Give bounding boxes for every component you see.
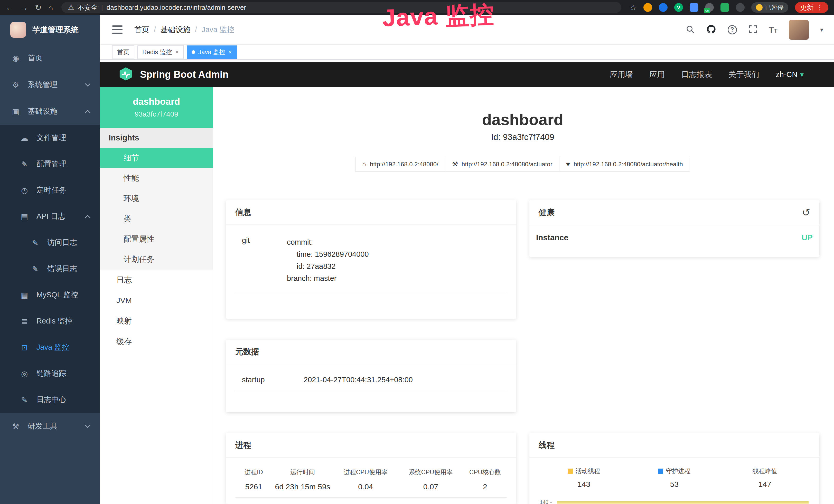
health-url-link[interactable]: ♥ http://192.168.0.2:48080/actuator/heal… — [559, 157, 690, 171]
close-icon[interactable]: × — [175, 48, 179, 56]
browser-extension-icon[interactable] — [643, 3, 652, 12]
sidebar-item-api-logs[interactable]: ▤ API 日志 — [0, 203, 100, 230]
service-url-link[interactable]: ⌂ http://192.168.0.2:48080/ — [355, 157, 445, 171]
sidebar-item-scheduled-tasks[interactable]: ◷ 定时任务 — [0, 177, 100, 203]
sba-language-select[interactable]: zh-CN ▾ — [776, 70, 804, 79]
sba-nav-applications[interactable]: 应用 — [649, 69, 665, 80]
sidebar-item-home[interactable]: ◉ 首页 — [0, 45, 100, 71]
val-uptime: 6d 23h 15m 59s — [272, 482, 333, 491]
sidebar-item-java-monitor[interactable]: ⊡ Java 监控 — [0, 334, 100, 361]
sba-item-logs[interactable]: 日志 — [100, 270, 213, 290]
sidebar-item-tracing[interactable]: ◎ 链路追踪 — [0, 361, 100, 387]
app-logo-row[interactable]: 芋道管理系统 — [0, 15, 100, 45]
sba-nav-about[interactable]: 关于我们 — [728, 69, 759, 80]
sba-item-details[interactable]: 细节 — [100, 148, 213, 168]
refresh-icon[interactable]: ↻ — [35, 4, 42, 12]
sba-item-mappings[interactable]: 映射 — [100, 311, 213, 331]
fullscreen-icon[interactable] — [748, 25, 758, 35]
tab-home[interactable]: 首页 — [112, 45, 134, 59]
y-axis-tick: 140 — [539, 499, 552, 504]
sidebar-item-dev-tools[interactable]: ⚒ 研发工具 — [0, 413, 100, 439]
sidebar-item-file-management[interactable]: ☁ 文件管理 — [0, 125, 100, 151]
col-process-cpu: 进程CPU使用率 — [333, 468, 398, 476]
tab-redis-monitor[interactable]: Redis 监控 × — [137, 45, 184, 59]
browser-extension-icon[interactable] — [659, 3, 667, 12]
card-threads-title: 线程 — [529, 433, 819, 458]
home-icon[interactable]: ⌂ — [48, 4, 53, 12]
history-icon[interactable]: ↺ — [802, 207, 810, 218]
metadata-key: startup — [242, 375, 304, 384]
chevron-down-icon[interactable]: ▾ — [820, 26, 823, 33]
sidebar-item-config-management[interactable]: ✎ 配置管理 — [0, 151, 100, 177]
tab-java-monitor[interactable]: Java 监控 × — [187, 45, 237, 59]
threads-chart-area — [557, 501, 809, 504]
legend-value: 143 — [539, 480, 629, 488]
forward-icon[interactable]: → — [20, 4, 28, 12]
browser-extension-icon[interactable]: V — [674, 3, 683, 12]
bookmark-star-icon[interactable]: ☆ — [630, 4, 637, 12]
sidebar-item-system-management[interactable]: ⚙ 系统管理 — [0, 71, 100, 98]
layers-icon: ≣ — [19, 317, 30, 326]
sba-item-environment[interactable]: 环境 — [100, 188, 213, 209]
sidebar-item-label: 错误日志 — [47, 264, 77, 274]
val-cpu-cores: 2 — [463, 482, 507, 491]
search-icon[interactable] — [685, 25, 695, 35]
sidebar-item-access-logs[interactable]: ✎ 访问日志 — [0, 230, 100, 256]
card-metadata: 元数据 startup 2021-04-27T00:44:31.254+08:0… — [226, 340, 516, 412]
edit-icon: ✎ — [30, 238, 41, 247]
font-size-icon[interactable]: TT — [769, 25, 777, 35]
card-info: 信息 git commit: time: 1596289704000 id: 2… — [226, 200, 516, 319]
extension-on-badge: on — [704, 8, 710, 13]
sba-logo-icon — [118, 67, 133, 83]
help-icon[interactable]: ? — [728, 25, 737, 35]
update-button[interactable]: 更新 ⋮ — [795, 2, 828, 13]
sidebar-item-log-center[interactable]: ✎ 日志中心 — [0, 387, 100, 413]
sba-instance-header[interactable]: dashboard 93a3fc7f7409 — [100, 87, 213, 128]
process-table-header: 进程ID 运行时间 进程CPU使用率 系统CPU使用率 CPU核心数 — [235, 467, 507, 479]
sidebar-item-error-logs[interactable]: ✎ 错误日志 — [0, 256, 100, 282]
sidebar-item-redis-monitor[interactable]: ≣ Redis 监控 — [0, 308, 100, 334]
chevron-down-icon: ▾ — [800, 70, 804, 79]
sba-item-metrics[interactable]: 性能 — [100, 168, 213, 188]
legend-active-threads: 活动线程 143 — [539, 467, 629, 488]
legend-label: 活动线程 — [575, 467, 600, 475]
browser-extension-icon[interactable] — [736, 3, 745, 12]
sba-item-classes[interactable]: 类 — [100, 209, 213, 229]
sba-item-scheduled-tasks[interactable]: 计划任务 — [100, 249, 213, 270]
sba-brand[interactable]: Spring Boot Admin — [140, 69, 228, 80]
url-bar[interactable]: ⚠ 不安全 | dashboard.yudao.iocoder.cn/infra… — [61, 2, 621, 13]
browser-extension-icon[interactable] — [690, 3, 698, 12]
hamburger-icon[interactable] — [112, 25, 123, 34]
breadcrumb-home[interactable]: 首页 — [134, 25, 149, 35]
monitor-icon: ▣ — [10, 107, 21, 116]
active-dot-icon — [192, 50, 195, 54]
browser-extension-icon[interactable] — [721, 3, 729, 12]
sidebar-item-label: Java 监控 — [37, 342, 69, 352]
sba-nav-wallboard[interactable]: 应用墙 — [610, 69, 633, 80]
actuator-url-link[interactable]: ⚒ http://192.168.0.2:48080/actuator — [445, 157, 559, 171]
avatar[interactable] — [789, 20, 809, 40]
back-icon[interactable]: ← — [6, 4, 14, 12]
info-git-row: git commit: time: 1596289704000 id: 27aa… — [235, 234, 507, 293]
browser-extension-icon[interactable]: on — [705, 3, 714, 12]
legend-value: 147 — [720, 480, 810, 488]
close-icon[interactable]: × — [228, 48, 232, 56]
link-label: http://192.168.0.2:48080/actuator — [462, 161, 552, 168]
sba-item-config-props[interactable]: 配置属性 — [100, 229, 213, 249]
table-icon: ▦ — [19, 291, 30, 300]
breadcrumb-infrastructure[interactable]: 基础设施 — [160, 25, 190, 35]
sba-item-caches[interactable]: 缓存 — [100, 331, 213, 352]
link-label: http://192.168.0.2:48080/ — [370, 161, 438, 168]
sba-item-jvm[interactable]: JVM — [100, 290, 213, 311]
sidebar-item-mysql-monitor[interactable]: ▦ MySQL 监控 — [0, 282, 100, 308]
sba-nav-journal[interactable]: 日志报表 — [681, 69, 712, 80]
sidebar-item-infrastructure[interactable]: ▣ 基础设施 — [0, 98, 100, 125]
github-icon[interactable] — [706, 24, 716, 36]
paused-label: 已暂停 — [765, 3, 784, 12]
update-label: 更新 — [800, 3, 813, 12]
breadcrumb-separator: / — [195, 25, 197, 34]
paused-badge[interactable]: 已暂停 — [751, 2, 788, 13]
chevron-down-icon — [85, 422, 90, 428]
app-sidebar: 芋道管理系统 ◉ 首页 ⚙ 系统管理 ▣ 基础设施 ☁ 文件管理 ✎ 配置管理 — [0, 15, 100, 504]
edit-icon: ✎ — [30, 265, 41, 273]
